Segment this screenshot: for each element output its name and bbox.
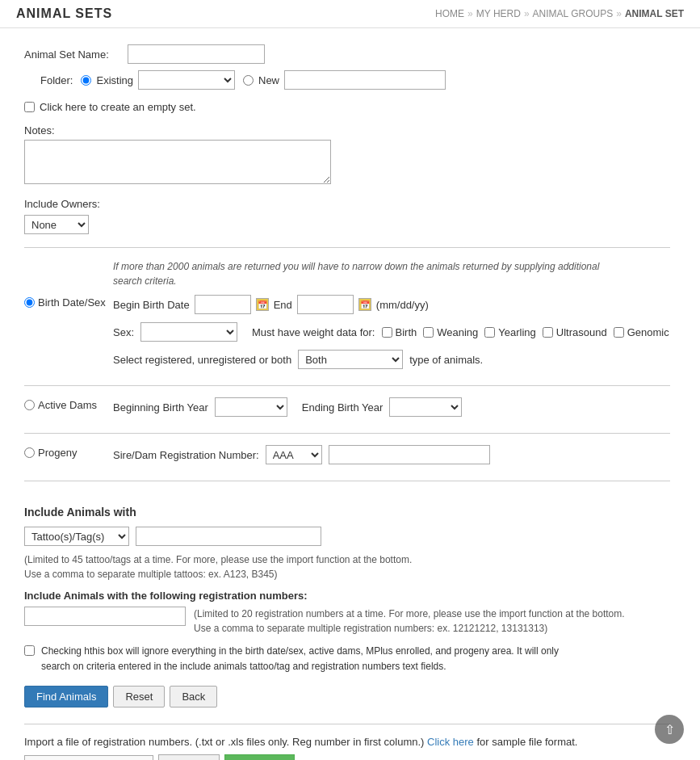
active-dams-radio[interactable] [24, 400, 35, 410]
active-dams-inner: Beginning Birth Year Ending Birth Year [113, 397, 670, 417]
active-dams-radio-group: Active Dams [24, 397, 113, 411]
existing-radio[interactable] [81, 75, 91, 86]
birth-weight-checkbox-label: Birth [382, 326, 417, 338]
weaning-weight-label: Weaning [437, 326, 478, 338]
notes-label: Notes: [24, 124, 670, 136]
breadcrumb: HOME » MY HERD » ANIMAL GROUPS » ANIMAL … [435, 8, 684, 19]
new-folder-input[interactable] [284, 70, 446, 90]
breadcrumb-home[interactable]: HOME [435, 8, 464, 19]
birth-date-radio[interactable] [24, 297, 35, 308]
registered-label: Select registered, unregistered or both [113, 354, 291, 366]
breadcrumb-animalgroups[interactable]: ANIMAL GROUPS [533, 8, 614, 19]
existing-folder-select[interactable] [138, 70, 235, 90]
include-animals-heading: Include Animals with [24, 506, 670, 519]
folder-section: Folder: Existing New [24, 70, 446, 90]
breadcrumb-myherd[interactable]: MY HERD [476, 8, 521, 19]
birth-date-sex-radio-label: Birth Date/Sex [38, 296, 106, 309]
ultrasound-weight-label: Ultrasound [556, 326, 607, 338]
tattoo-type-select[interactable]: Tattoo(s)/Tag(s) Name ID [24, 527, 129, 546]
birth-date-sex-block: Birth Date/Sex Begin Birth Date 📅 End 📅 … [24, 295, 670, 369]
sire-dam-reg-number-input[interactable] [329, 445, 490, 464]
end-birth-date-input[interactable] [297, 295, 354, 314]
sex-select[interactable]: Male Female Both [140, 322, 237, 342]
browse-button[interactable]: Browse... [158, 754, 220, 760]
reg-prefix-select[interactable]: AAA ASA AHA [266, 445, 322, 464]
reg-numbers-section: Include Animals with the following regis… [24, 590, 670, 636]
empty-set-row: Click here to create an empty set. [24, 101, 670, 113]
import-text: Import a file of registration numbers. (… [24, 736, 670, 748]
find-animals-button[interactable]: Find Animals [24, 686, 108, 708]
ultrasound-weight-checkbox-label: Ultrasound [543, 326, 607, 338]
birth-date-sex-content: Begin Birth Date 📅 End 📅 (mm/dd/yy) Sex:… [113, 295, 670, 369]
warning-checkbox[interactable] [24, 645, 35, 656]
new-radio[interactable] [243, 75, 254, 86]
sex-row: Sex: Male Female Both Must have weight d… [113, 322, 670, 342]
active-dams-block: Active Dams Beginning Birth Year Ending … [24, 397, 670, 417]
reg-numbers-input[interactable] [24, 607, 186, 626]
tattoo-hint-line2: Use a comma to separate multiple tattoos… [24, 567, 412, 582]
empty-set-checkbox[interactable] [24, 102, 35, 112]
genomic-weight-label: Genomic [627, 326, 669, 338]
divider-3 [24, 433, 670, 434]
click-here-link[interactable]: Click here [427, 736, 474, 748]
ultrasound-weight-checkbox[interactable] [543, 327, 553, 338]
end-label: End [274, 299, 292, 311]
divider-2 [24, 385, 670, 386]
beginning-birth-year-select[interactable] [215, 397, 287, 417]
progeny-radio[interactable] [24, 447, 35, 458]
ending-birth-year-select[interactable] [389, 397, 462, 417]
yearling-weight-checkbox[interactable] [484, 327, 495, 338]
warning-row: Checking hthis box will ignore everythin… [24, 644, 670, 674]
notes-textarea[interactable] [24, 140, 331, 184]
breadcrumb-sep-1: » [467, 8, 473, 19]
begin-calendar-icon[interactable]: 📅 [256, 298, 269, 311]
birth-date-sex-radio-group: Birth Date/Sex [24, 295, 113, 309]
must-have-weight-label: Must have weight data for: [252, 326, 375, 338]
progeny-radio-group: Progeny [24, 445, 113, 459]
weaning-weight-checkbox[interactable] [423, 327, 434, 338]
tattoo-hint-line1: (Limited to 45 tattoo/tags at a time. Fo… [24, 552, 412, 567]
import-text-after: for sample file format. [476, 736, 577, 748]
registered-select[interactable]: Both Registered Unregistered [298, 350, 403, 369]
breadcrumb-sep-3: » [616, 8, 622, 19]
birth-weight-checkbox[interactable] [382, 327, 392, 338]
new-radio-group: New [243, 70, 446, 90]
sire-dam-label: Sire/Dam Registration Number: [113, 449, 259, 461]
date-format-hint: (mm/dd/yy) [376, 299, 429, 311]
file-input-placeholder [24, 755, 153, 760]
include-animals-section: Include Animals with Tattoo(s)/Tag(s) Na… [24, 498, 670, 708]
main-content: Animal Set Name: Folder: Existing New Cl… [0, 28, 694, 760]
divider-4 [24, 481, 670, 481]
beginning-birth-year-label: Beginning Birth Year [113, 401, 208, 414]
tattoo-input[interactable] [136, 527, 321, 546]
import-section: Import a file of registration numbers. (… [24, 724, 670, 760]
import-text-before: Import a file of registration numbers. (… [24, 736, 424, 748]
active-dams-content: Beginning Birth Year Ending Birth Year [113, 397, 670, 417]
registered-row: Select registered, unregistered or both … [113, 350, 670, 369]
progeny-radio-label: Progeny [38, 447, 77, 459]
back-button[interactable]: Back [170, 686, 217, 708]
ending-birth-year-label: Ending Birth Year [302, 401, 383, 414]
progeny-inner: Sire/Dam Registration Number: AAA ASA AH… [113, 445, 670, 464]
existing-label: Existing [96, 74, 133, 86]
animal-set-name-label: Animal Set Name: [24, 48, 121, 61]
narrow-search-info: If more than 2000 animals are returned y… [113, 259, 614, 288]
include-owners-select[interactable]: None Owner 1 Owner 2 [24, 215, 89, 234]
end-calendar-icon[interactable]: 📅 [358, 298, 371, 311]
yearling-weight-label: Yearling [498, 326, 536, 338]
sex-label: Sex: [113, 326, 134, 338]
import-file-row: Browse... Submit File [24, 754, 670, 760]
yearling-weight-checkbox-label: Yearling [484, 326, 536, 338]
begin-birth-date-input[interactable] [195, 295, 251, 314]
genomic-weight-checkbox[interactable] [614, 327, 624, 338]
include-owners-label: Include Owners: [24, 198, 670, 210]
scroll-top-button[interactable]: ⇧ [655, 715, 684, 744]
breadcrumb-current: ANIMAL SET [625, 8, 684, 19]
include-owners-section: Include Owners: None Owner 1 Owner 2 [24, 198, 670, 234]
reset-button[interactable]: Reset [113, 686, 165, 708]
warning-text: Checking hthis box will ignore everythin… [41, 644, 590, 674]
animal-set-name-input[interactable] [128, 44, 265, 64]
reg-hint-line2: Use a comma to separate multiple registr… [194, 621, 625, 636]
genomic-weight-checkbox-label: Genomic [614, 326, 669, 338]
submit-file-button[interactable]: Submit File [224, 754, 295, 760]
